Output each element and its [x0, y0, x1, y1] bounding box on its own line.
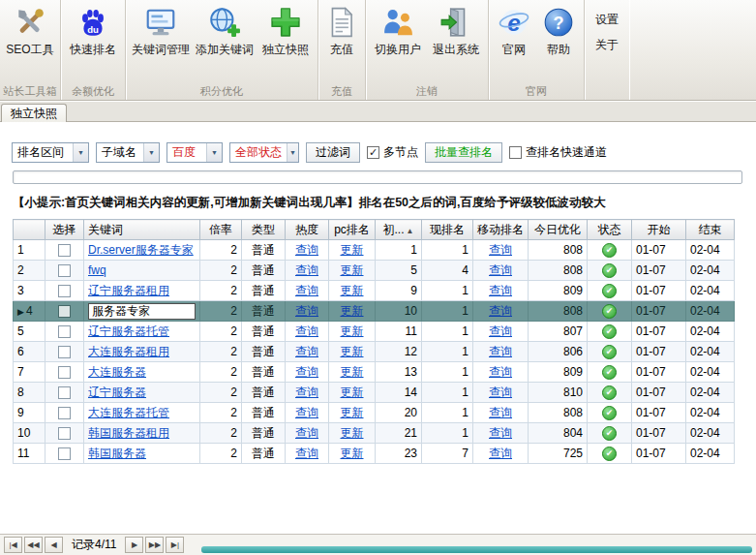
row-checkbox[interactable] — [58, 366, 71, 379]
mobile-query-link[interactable]: 查询 — [489, 365, 512, 379]
column-header[interactable]: 倍率 — [200, 220, 242, 240]
mobile-query-link[interactable]: 查询 — [489, 426, 512, 440]
column-header[interactable]: 现排名 — [422, 220, 473, 240]
column-header[interactable]: 今日优化 — [529, 220, 588, 240]
filter-word-button[interactable]: 过滤词 — [306, 142, 360, 163]
pc-update-link[interactable]: 更新 — [341, 406, 364, 419]
table-row[interactable]: 2fwq2普通查询更新54查询808✔01-0702-04 — [14, 261, 735, 281]
mobile-query-link[interactable]: 查询 — [489, 385, 512, 399]
row-checkbox[interactable] — [58, 407, 71, 419]
mobile-query-link[interactable]: 查询 — [489, 263, 512, 277]
heat-query-link[interactable]: 查询 — [295, 243, 318, 257]
mobile-query-link[interactable]: 查询 — [489, 447, 512, 460]
quick-channel-checkbox[interactable]: 查排名快速通道 — [509, 144, 607, 161]
keyword-link[interactable]: 大连服务器 — [88, 365, 146, 379]
heat-query-link[interactable]: 查询 — [295, 304, 318, 318]
keyword-link[interactable]: 大连服务器租用 — [88, 345, 169, 358]
column-header[interactable]: pc排名 — [329, 220, 376, 240]
table-row[interactable]: 3辽宁服务器租用2普通查询更新91查询809✔01-0702-04 — [14, 281, 735, 301]
heat-query-link[interactable]: 查询 — [295, 345, 318, 358]
rank-range-dropdown[interactable]: 排名区间 ▼ — [12, 142, 89, 163]
multi-node-checkbox[interactable]: 多节点 — [367, 144, 418, 161]
pc-update-link[interactable]: 更新 — [341, 447, 364, 460]
keyword-manage-button[interactable]: 关键词管理 — [129, 2, 193, 58]
row-checkbox[interactable] — [58, 346, 71, 358]
row-checkbox[interactable] — [58, 264, 71, 277]
pc-update-link[interactable]: 更新 — [341, 365, 364, 379]
quick-rank-button[interactable]: du 快速排名 — [64, 2, 122, 58]
row-checkbox[interactable] — [58, 305, 71, 318]
subdomain-dropdown[interactable]: 子域名 ▼ — [96, 142, 160, 163]
pc-update-link[interactable]: 更新 — [341, 243, 364, 257]
column-header[interactable]: 关键词 — [84, 220, 200, 240]
row-checkbox[interactable] — [58, 447, 71, 460]
table-row-selected[interactable]: ▶4服务器专家2普通查询更新101查询808✔01-0702-04 — [14, 301, 735, 322]
column-header[interactable]: 移动排名 — [473, 220, 529, 240]
table-row[interactable]: 7大连服务器2普通查询更新131查询809✔01-0702-04 — [14, 362, 735, 383]
about-button[interactable]: 关于 — [595, 37, 619, 53]
pc-update-link[interactable]: 更新 — [341, 385, 364, 399]
keyword-link[interactable]: 韩国服务器租用 — [88, 426, 169, 440]
table-row[interactable]: 9大连服务器托管2普通查询更新201查询808✔01-0702-04 — [14, 403, 735, 423]
heat-query-link[interactable]: 查询 — [295, 406, 318, 419]
nav-next-page-button[interactable]: ▶▶ — [145, 537, 164, 553]
row-checkbox[interactable] — [58, 325, 71, 338]
heat-query-link[interactable]: 查询 — [295, 324, 318, 338]
keyword-link[interactable]: 辽宁服务器托管 — [88, 324, 169, 338]
horizontal-scrollbar-thumb[interactable] — [201, 546, 752, 553]
pc-update-link[interactable]: 更新 — [341, 263, 364, 277]
table-row[interactable]: 5辽宁服务器托管2普通查询更新111查询807✔01-0702-04 — [14, 322, 735, 342]
keyword-link[interactable]: Dr.server服务器专家 — [88, 243, 194, 257]
pc-update-link[interactable]: 更新 — [341, 426, 364, 440]
snapshot-button[interactable]: 独立快照 — [257, 2, 315, 58]
row-checkbox[interactable] — [58, 285, 71, 297]
column-header[interactable]: 类型 — [242, 220, 286, 240]
table-row[interactable]: 11韩国服务器2普通查询更新237查询725✔01-0702-04 — [14, 444, 735, 464]
seo-tools-button[interactable]: SEO工具 — [3, 2, 57, 58]
help-button[interactable]: ? 帮助 — [536, 2, 581, 58]
nav-prev-page-button[interactable]: ◀◀ — [24, 537, 43, 553]
mobile-query-link[interactable]: 查询 — [489, 243, 512, 257]
column-header[interactable]: 结束 — [686, 220, 735, 240]
table-row[interactable]: 8辽宁服务器2普通查询更新141查询810✔01-0702-04 — [14, 383, 735, 403]
nav-prev-button[interactable]: ◀ — [45, 537, 63, 553]
heat-query-link[interactable]: 查询 — [295, 284, 318, 297]
table-row[interactable]: 6大连服务器租用2普通查询更新121查询806✔01-0702-04 — [14, 342, 735, 362]
keyword-link[interactable]: 大连服务器托管 — [88, 406, 169, 419]
heat-query-link[interactable]: 查询 — [295, 385, 318, 399]
column-header[interactable]: 状态 — [588, 220, 632, 240]
mobile-query-link[interactable]: 查询 — [489, 324, 512, 338]
column-header[interactable] — [14, 220, 45, 240]
add-keyword-button[interactable]: 添加关键词 — [193, 2, 257, 58]
pc-update-link[interactable]: 更新 — [341, 304, 364, 318]
keyword-link[interactable]: 韩国服务器 — [88, 447, 146, 460]
row-checkbox[interactable] — [58, 244, 71, 257]
logout-button[interactable]: 退出系统 — [427, 2, 485, 58]
mobile-query-link[interactable]: 查询 — [489, 284, 512, 297]
status-dropdown[interactable]: 全部状态 ▼ — [229, 142, 299, 163]
pc-update-link[interactable]: 更新 — [341, 345, 364, 358]
row-checkbox[interactable] — [58, 386, 71, 399]
pc-update-link[interactable]: 更新 — [341, 284, 364, 297]
batch-query-button[interactable]: 批量查排名 — [425, 142, 502, 163]
heat-query-link[interactable]: 查询 — [295, 365, 318, 379]
keyword-link[interactable]: fwq — [88, 263, 106, 277]
column-header[interactable]: 初...▲ — [376, 220, 422, 240]
mobile-query-link[interactable]: 查询 — [489, 304, 512, 318]
keyword-link[interactable]: 辽宁服务器 — [88, 385, 146, 399]
recharge-button[interactable]: 充值 — [321, 2, 362, 58]
keyword-link[interactable]: 辽宁服务器租用 — [88, 284, 169, 297]
website-button[interactable]: e 官网 — [492, 2, 536, 58]
heat-query-link[interactable]: 查询 — [295, 426, 318, 440]
column-header[interactable]: 开始 — [632, 220, 686, 240]
switch-user-button[interactable]: 切换用户 — [369, 2, 427, 58]
pc-update-link[interactable]: 更新 — [341, 324, 364, 338]
mobile-query-link[interactable]: 查询 — [489, 406, 512, 419]
heat-query-link[interactable]: 查询 — [295, 263, 318, 277]
nav-last-button[interactable]: ▶| — [166, 537, 184, 553]
engine-dropdown[interactable]: 百度 ▼ — [166, 142, 223, 163]
nav-next-button[interactable]: ▶ — [125, 537, 143, 553]
mobile-query-link[interactable]: 查询 — [489, 345, 512, 358]
column-header[interactable]: 选择 — [45, 220, 84, 240]
tab-snapshot[interactable]: 独立快照 — [1, 104, 67, 122]
